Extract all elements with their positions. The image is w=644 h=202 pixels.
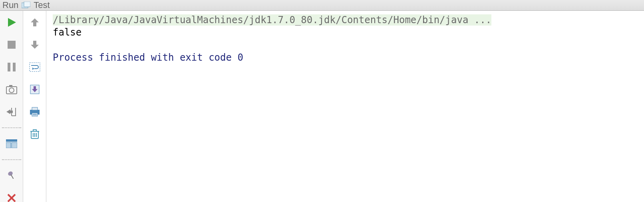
scroll-down-button[interactable] bbox=[27, 37, 42, 52]
svg-rect-24 bbox=[32, 107, 38, 110]
run-config-tab-icon bbox=[22, 2, 30, 9]
svg-rect-12 bbox=[12, 143, 17, 148]
stop-button[interactable] bbox=[4, 37, 19, 52]
layout-button[interactable] bbox=[4, 136, 19, 151]
tool-window-title: Run bbox=[2, 0, 18, 10]
arrow-down-icon bbox=[30, 40, 40, 50]
console-command-line: /Library/Java/JavaVirtualMachines/jdk1.7… bbox=[53, 14, 491, 26]
svg-point-8 bbox=[9, 88, 14, 93]
rerun-button[interactable] bbox=[4, 15, 19, 30]
svg-rect-25 bbox=[32, 113, 38, 116]
soft-wrap-icon bbox=[29, 62, 40, 72]
pause-icon bbox=[7, 62, 16, 72]
soft-wrap-button[interactable] bbox=[27, 59, 42, 75]
svg-marker-18 bbox=[31, 41, 39, 49]
svg-rect-7 bbox=[9, 85, 12, 87]
print-button[interactable] bbox=[27, 104, 42, 119]
trash-icon bbox=[30, 129, 40, 139]
svg-rect-14 bbox=[10, 174, 14, 179]
tool-window-titlebar: Run Test bbox=[0, 0, 644, 11]
tool-window-body: /Library/Java/JavaVirtualMachines/jdk1.7… bbox=[0, 11, 644, 202]
svg-rect-10 bbox=[6, 139, 17, 142]
exit-icon bbox=[6, 107, 17, 117]
arrow-up-icon bbox=[30, 18, 40, 27]
scroll-to-end-icon bbox=[30, 84, 40, 95]
console-exit-line: Process finished with exit code 0 bbox=[53, 52, 243, 63]
scroll-to-end-button[interactable] bbox=[27, 82, 42, 97]
svg-point-13 bbox=[7, 170, 13, 176]
camera-icon bbox=[6, 85, 17, 94]
run-config-name: Test bbox=[34, 0, 50, 10]
print-icon bbox=[29, 107, 40, 117]
svg-marker-20 bbox=[32, 67, 34, 70]
svg-rect-30 bbox=[33, 130, 36, 131]
run-tool-window: Run Test bbox=[0, 0, 644, 202]
stop-icon bbox=[7, 40, 16, 49]
svg-rect-4 bbox=[8, 63, 10, 71]
run-icon bbox=[6, 17, 17, 28]
svg-marker-2 bbox=[8, 18, 16, 27]
svg-marker-17 bbox=[31, 18, 39, 26]
exit-button[interactable] bbox=[4, 104, 19, 119]
layout-icon bbox=[6, 139, 17, 148]
run-toolbar-left bbox=[0, 11, 23, 202]
pause-button[interactable] bbox=[4, 59, 19, 75]
pin-button[interactable] bbox=[4, 168, 19, 183]
close-button[interactable] bbox=[4, 190, 19, 202]
clear-all-button[interactable] bbox=[27, 127, 42, 142]
svg-rect-3 bbox=[8, 41, 16, 49]
svg-rect-5 bbox=[13, 63, 16, 71]
close-icon bbox=[7, 194, 16, 202]
svg-rect-11 bbox=[6, 143, 11, 148]
console-toolbar bbox=[23, 11, 46, 202]
svg-rect-1 bbox=[24, 2, 30, 7]
console-output[interactable]: /Library/Java/JavaVirtualMachines/jdk1.7… bbox=[46, 11, 644, 202]
separator bbox=[2, 127, 21, 128]
pin-icon bbox=[7, 170, 16, 181]
console-stdout-line: false bbox=[53, 27, 81, 38]
dump-threads-button[interactable] bbox=[4, 82, 19, 97]
separator bbox=[2, 159, 21, 160]
scroll-up-button[interactable] bbox=[27, 15, 42, 30]
